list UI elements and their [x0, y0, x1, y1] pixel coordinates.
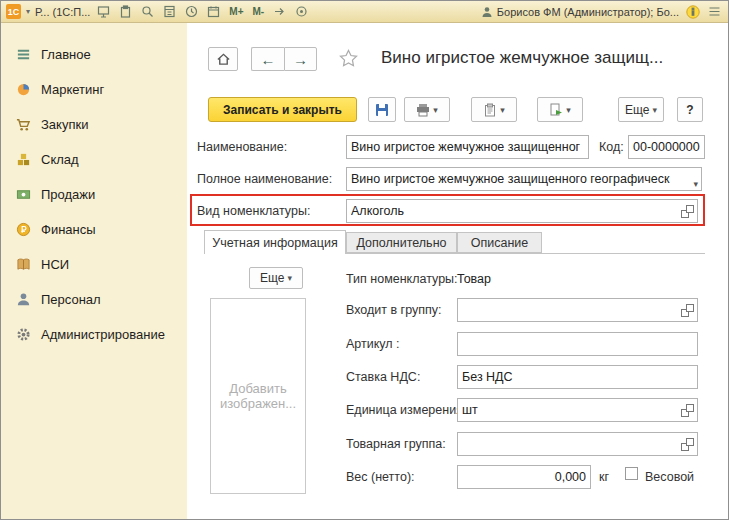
sidebar-item-label: Финансы [41, 222, 96, 237]
unit-label: Единица измерения: [346, 403, 466, 417]
monitor-icon[interactable] [95, 3, 112, 20]
unit-field[interactable] [457, 398, 698, 422]
name-field[interactable] [346, 135, 589, 159]
sidebar-item-label: Продажи [41, 187, 95, 202]
more-button[interactable]: Еще [618, 97, 664, 122]
clipboard-button[interactable] [471, 97, 517, 122]
system-menu-caret-icon[interactable]: ▾ [26, 7, 30, 16]
name-input[interactable] [347, 136, 588, 158]
cart-icon [16, 117, 31, 132]
code-field[interactable] [628, 135, 705, 159]
printer-icon [416, 103, 430, 117]
target-icon[interactable] [293, 3, 310, 20]
fullname-label: Полное наименование: [197, 172, 332, 186]
vat-input[interactable] [458, 366, 697, 388]
help-button[interactable]: ? [677, 97, 703, 122]
forward-button[interactable]: → [284, 47, 317, 71]
calendar-icon[interactable] [205, 3, 222, 20]
save-and-close-button[interactable]: Записать и закрыть [208, 97, 357, 122]
current-user[interactable]: Борисов ФМ (Администратор); Бо... [481, 6, 679, 18]
choose-icon[interactable] [681, 438, 694, 451]
name-label: Наименование: [197, 140, 287, 154]
kind-input[interactable] [347, 200, 679, 222]
article-field[interactable] [457, 332, 698, 356]
fullname-field[interactable] [346, 167, 702, 191]
favorite-star-icon[interactable] [339, 49, 359, 69]
group-field[interactable] [457, 298, 698, 322]
group-input[interactable] [458, 299, 679, 321]
choose-icon[interactable] [681, 404, 694, 417]
clipboard-icon [483, 103, 497, 117]
weight-unit-label: кг [599, 470, 609, 484]
clipboard-icon[interactable] [117, 3, 134, 20]
page-title: Вино игристое жемчужное защищ... [381, 48, 717, 68]
chevron-down-icon[interactable] [693, 173, 698, 191]
sidebar: Главное Маркетинг Закупки Склад Продажи … [1, 23, 187, 519]
tab-description[interactable]: Описание [457, 232, 542, 253]
code-label: Код: [599, 140, 624, 154]
product-group-input[interactable] [458, 433, 679, 455]
back-button[interactable]: ← [251, 47, 284, 71]
kind-field[interactable] [346, 199, 698, 223]
product-group-field[interactable] [457, 432, 698, 456]
choose-icon[interactable] [681, 205, 694, 218]
home-button[interactable] [208, 47, 238, 71]
main-area: ← → Вино игристое жемчужное защищ... Зап… [187, 23, 728, 519]
banknote-icon [16, 187, 31, 202]
tab-accounting-info[interactable]: Учетная информация [204, 230, 346, 254]
sidebar-item-purchases[interactable]: Закупки [1, 107, 187, 142]
user-name: Борисов ФМ (Администратор); Бо... [497, 6, 679, 18]
more-button-label: Еще [625, 103, 649, 117]
sidebar-item-main[interactable]: Главное [1, 37, 187, 72]
kind-label: Вид номенклатуры: [197, 204, 310, 218]
sidebar-item-label: Главное [41, 47, 91, 62]
search-icon[interactable] [139, 3, 156, 20]
sidebar-item-nsi[interactable]: НСИ [1, 247, 187, 282]
article-input[interactable] [458, 333, 697, 355]
info-icon[interactable] [684, 3, 701, 20]
panel-more-button[interactable]: Еще [249, 267, 303, 289]
boxes-icon [16, 152, 31, 167]
sidebar-item-administration[interactable]: Администрирование [1, 317, 187, 352]
main-menu-icon [16, 47, 31, 62]
fullname-input[interactable] [347, 168, 683, 190]
app-window: 1С ▾ Р... (1С:П... M+ M- [0, 0, 729, 520]
memory-plus-button[interactable]: M+ [227, 6, 245, 17]
print-button[interactable] [404, 97, 450, 122]
memory-minus-button[interactable]: M- [251, 6, 267, 17]
unit-input[interactable] [458, 399, 679, 421]
type-value: Товар [457, 272, 491, 286]
sidebar-item-finance[interactable]: Финансы [1, 212, 187, 247]
group-label: Входит в группу: [346, 303, 441, 317]
menu-icon[interactable] [706, 3, 723, 20]
sidebar-item-marketing[interactable]: Маркетинг [1, 72, 187, 107]
weight-input[interactable] [458, 466, 590, 488]
floppy-icon [375, 103, 389, 117]
create-based-on-button[interactable] [537, 97, 583, 122]
code-input[interactable] [629, 136, 704, 158]
type-label: Тип номенклатуры: [346, 272, 458, 286]
sidebar-item-warehouse[interactable]: Склад [1, 142, 187, 177]
calculator-icon[interactable] [161, 3, 178, 20]
history-icon[interactable] [183, 3, 200, 20]
sidebar-item-label: Закупки [41, 117, 88, 132]
user-icon [481, 6, 493, 18]
titlebar: 1С ▾ Р... (1С:П... M+ M- [1, 1, 728, 23]
weighted-checkbox[interactable] [625, 467, 638, 480]
sidebar-item-personnel[interactable]: Персонал [1, 282, 187, 317]
ruble-coin-icon [16, 222, 31, 237]
home-icon [216, 52, 231, 66]
sidebar-item-label: Склад [41, 152, 79, 167]
tab-additional[interactable]: Дополнительно [346, 232, 457, 253]
sidebar-item-label: Маркетинг [41, 82, 104, 97]
vat-label: Ставка НДС: [346, 370, 420, 384]
weight-field[interactable] [457, 465, 591, 489]
choose-icon[interactable] [681, 304, 694, 317]
gear-icon [16, 327, 31, 342]
sidebar-item-label: Персонал [41, 292, 101, 307]
vat-field[interactable] [457, 365, 698, 389]
sidebar-item-sales[interactable]: Продажи [1, 177, 187, 212]
goto-arrow-icon[interactable] [271, 3, 288, 20]
add-image-placeholder[interactable]: Добавить изображен... [210, 298, 306, 494]
save-button[interactable] [368, 97, 396, 122]
